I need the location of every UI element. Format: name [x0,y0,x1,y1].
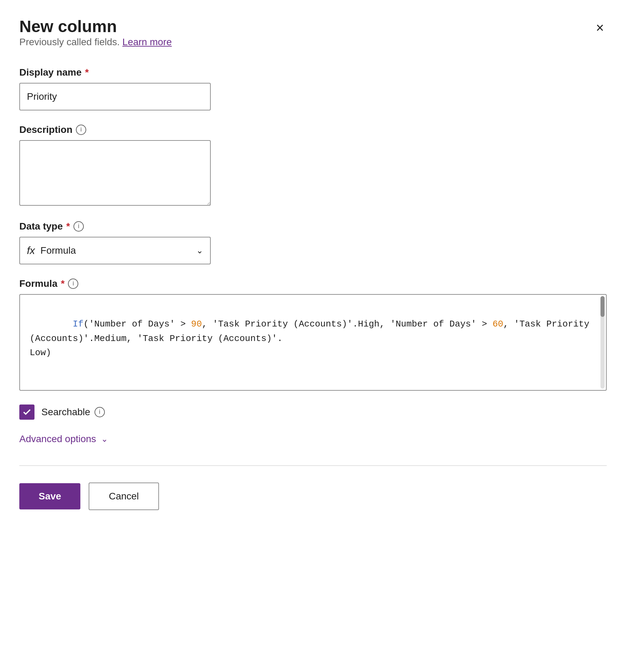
subtitle-text: Previously called fields. [19,37,120,47]
advanced-options-chevron-icon: ⌄ [101,434,108,444]
formula-scrollbar[interactable] [600,296,605,389]
advanced-options-row[interactable]: Advanced options ⌄ [19,434,607,445]
advanced-options-label: Advanced options [19,434,96,445]
formula-keyword-if: If [73,319,83,329]
formula-icon: fx [27,245,35,256]
description-section: Description i [19,124,607,207]
formula-section: Formula * i If('Number of Days' > 90, 'T… [19,278,607,391]
learn-more-link[interactable]: Learn more [122,37,172,47]
formula-scrollbar-thumb [600,296,605,317]
data-type-select[interactable]: fx Formula ⌄ [19,237,211,264]
data-type-value: Formula [40,245,76,256]
chevron-down-icon: ⌄ [196,246,203,255]
formula-label: Formula * i [19,278,607,289]
formula-number-60: 60 [493,319,503,329]
searchable-checkbox[interactable] [19,405,34,420]
data-type-select-left: fx Formula [27,245,76,256]
data-type-label: Data type * i [19,221,607,232]
formula-info-icon[interactable]: i [68,279,78,289]
cancel-button[interactable]: Cancel [89,483,159,510]
display-name-section: Display name * [19,67,607,110]
data-type-info-icon[interactable]: i [73,221,84,232]
save-button[interactable]: Save [19,483,80,509]
display-name-required: * [85,67,89,78]
searchable-row: Searchable i [19,405,607,420]
formula-number-90: 90 [191,319,202,329]
footer-buttons: Save Cancel [19,483,607,510]
formula-box[interactable]: If('Number of Days' > 90, 'Task Priority… [19,294,607,391]
description-input[interactable] [19,140,211,206]
panel-subtitle: Previously called fields. Learn more [19,37,172,48]
display-name-label: Display name * [19,67,607,78]
checkmark-icon [22,407,32,417]
formula-text: If('Number of Days' > 90, 'Task Priority… [30,303,596,375]
description-label: Description i [19,124,607,135]
formula-required: * [61,278,64,289]
panel-title: New column [19,17,172,37]
data-type-required: * [66,221,70,232]
panel-title-block: New column Previously called fields. Lea… [19,17,172,64]
data-type-select-wrapper: fx Formula ⌄ [19,237,211,264]
close-button[interactable]: × [593,18,607,37]
data-type-section: Data type * i fx Formula ⌄ [19,221,607,264]
searchable-label: Searchable i [41,407,105,418]
new-column-panel: New column Previously called fields. Lea… [0,0,626,672]
searchable-info-icon[interactable]: i [95,407,105,417]
footer-divider [19,465,607,466]
display-name-input[interactable] [19,83,211,110]
description-info-icon[interactable]: i [76,125,86,135]
panel-header: New column Previously called fields. Lea… [19,17,607,64]
